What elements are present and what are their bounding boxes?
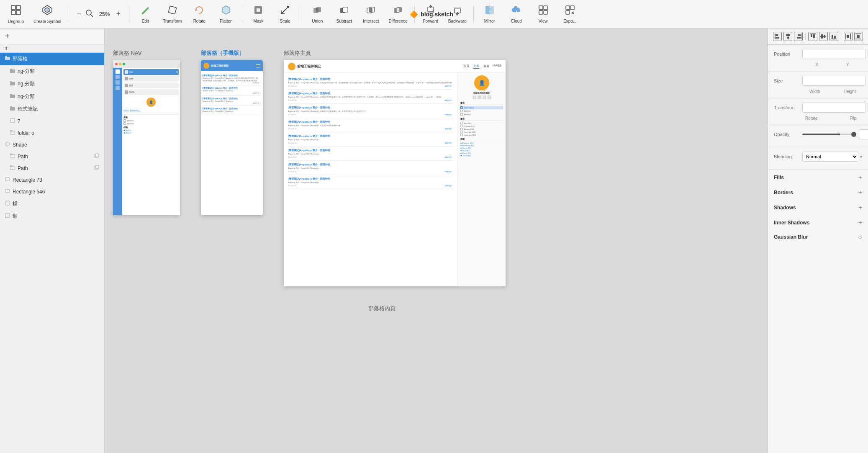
size-width-input[interactable]	[802, 76, 866, 86]
svg-rect-56	[95, 165, 99, 169]
layer-item-ng3[interactable]: ng-分類	[0, 90, 104, 103]
opacity-label: Opacity	[774, 132, 799, 137]
create-symbol-button[interactable]: Create Symbol	[30, 2, 64, 26]
layer-item-folder-o[interactable]: folder o	[0, 127, 104, 139]
opacity-slider[interactable]	[802, 134, 856, 135]
distribute-horizontal-button[interactable]	[844, 32, 853, 41]
layer-name-folder-o: folder o	[18, 130, 99, 136]
layer-item-note[interactable]: 程式筆記	[0, 103, 104, 116]
svg-rect-45	[10, 106, 12, 108]
archive-text-a2: February 2016	[464, 125, 475, 127]
align-bottom-edges-button[interactable]	[829, 32, 838, 41]
shadows-section-header[interactable]: Shadows +	[768, 200, 868, 215]
position-x-input[interactable]	[802, 49, 866, 59]
difference-icon	[393, 5, 403, 17]
mask-button[interactable]: Mask	[246, 2, 271, 26]
layer-item-path-2[interactable]: Path	[0, 162, 104, 174]
scale-button[interactable]: Scale	[272, 2, 298, 26]
layer-item-rect73[interactable]: Rectangle 73	[0, 174, 104, 186]
main-nav-link-page: PAGE	[493, 64, 501, 69]
svg-rect-70	[810, 33, 816, 34]
svg-rect-62	[776, 34, 778, 36]
zoom-minus-button[interactable]: −	[75, 9, 83, 19]
export-button[interactable]: Expo...	[557, 2, 583, 26]
transform-button[interactable]: Transform	[159, 2, 185, 26]
svg-rect-68	[798, 34, 801, 36]
fills-add-button[interactable]: +	[858, 174, 862, 181]
minimize-dot	[119, 63, 121, 65]
edit-button[interactable]: Edit	[133, 2, 158, 26]
distribute-vertical-button[interactable]	[854, 32, 863, 41]
layer-item-file[interactable]: 檔	[0, 198, 104, 210]
svg-rect-0	[11, 5, 15, 10]
canvas-area[interactable]: 部落格 NAV	[105, 28, 768, 453]
align-right-edges-button[interactable]	[794, 32, 803, 41]
opacity-input[interactable]	[859, 129, 868, 139]
svg-rect-34	[570, 6, 574, 10]
art6-footer: 2016-06-14 繼續更多→	[288, 156, 453, 158]
layer-name-path-2: Path	[18, 165, 92, 171]
align-center-horizontal-button[interactable]	[783, 32, 792, 41]
layer-item-shape[interactable]: Shape	[0, 139, 104, 151]
fills-section-header[interactable]: Fills +	[768, 170, 868, 185]
article-body-1: [學習筆記]Angular.js 簡介・語言特性 Angular.js 簡介・G…	[288, 77, 453, 87]
tree-item-active: 前端工程師#1	[460, 106, 503, 109]
align-top-edges-button[interactable]	[808, 32, 817, 41]
social-icon-3	[483, 95, 486, 99]
cloud-button[interactable]: Cloud	[504, 2, 529, 26]
nav-mockup-frame[interactable]: 首頁 文章 圖書	[113, 60, 180, 215]
align-left-edges-button[interactable]	[773, 32, 782, 41]
ungroup-button[interactable]: Ungroup	[3, 2, 28, 26]
mobile-article-2: [學習筆記]Angular.js 簡介・語言特性 Angular.js 簡介..…	[203, 85, 261, 96]
art8-footer: 2016-06-14 繼續更多→	[288, 185, 453, 187]
subtract-button[interactable]: Subtract	[331, 2, 357, 26]
rotate-button[interactable]: Rotate	[187, 2, 212, 26]
folder-icon-6	[10, 130, 15, 136]
svg-rect-36	[5, 57, 10, 60]
title-dropdown-icon[interactable]: ▾	[456, 12, 458, 17]
sidebar-add-button[interactable]: +	[5, 32, 10, 41]
difference-button[interactable]: Difference	[385, 2, 411, 26]
transform-rotate-input[interactable]	[802, 103, 866, 113]
gaussian-blur-section-header[interactable]: Gaussian Blur ◇	[768, 230, 868, 243]
align-center-vertical-button[interactable]	[819, 32, 828, 41]
svg-rect-3	[16, 10, 21, 15]
inner-shadows-add-button[interactable]: +	[858, 219, 862, 226]
align-toolbar	[768, 28, 868, 45]
tree-text-2: 資料夾#3	[464, 113, 470, 116]
mobile-mockup-frame[interactable]: 前端工程師筆記 [學習筆記]Angular.js 簡介・語言特性 Angular…	[201, 60, 263, 215]
mirror-button[interactable]: Mirror	[477, 2, 502, 26]
mirror-label: Mirror	[484, 19, 495, 23]
view-button[interactable]: View	[531, 2, 556, 26]
layer-item-ng1[interactable]: ng-分類	[0, 65, 104, 78]
layer-item-7[interactable]: 7	[0, 116, 104, 127]
intersect-button[interactable]: Intersect	[358, 2, 383, 26]
layer-item-boluoge[interactable]: 部落格	[0, 53, 104, 65]
art5-date: 2016-06-14	[288, 142, 296, 144]
union-button[interactable]: Union	[305, 2, 330, 26]
zoom-plus-button[interactable]: +	[115, 9, 123, 19]
main-avatar-section: 👤 前端工程師的筆記	[460, 75, 503, 99]
svg-rect-66	[787, 37, 789, 39]
layer-item-rect646[interactable]: Rectangle 646	[0, 186, 104, 198]
flatten-button[interactable]: Flatten	[213, 2, 239, 26]
path-1-copy-icon[interactable]	[94, 153, 99, 160]
layer-item-path-1[interactable]: Path	[0, 151, 104, 162]
layer-item-ng2[interactable]: ng-分類	[0, 78, 104, 90]
create-symbol-icon	[41, 4, 53, 18]
layer-item-class[interactable]: 類	[0, 210, 104, 223]
main-mockup-frame[interactable]: 前端工程師筆記 首頁 文章 書書 PAGE	[284, 60, 506, 286]
separator-2	[129, 6, 129, 23]
position-section: Position X Y	[768, 45, 868, 72]
inner-shadows-section-header[interactable]: Inner Shadows +	[768, 215, 868, 230]
scroll-up-icon[interactable]: ⬆	[4, 46, 8, 51]
shadows-add-button[interactable]: +	[858, 204, 862, 211]
main-nav-link-3: 書書	[483, 64, 489, 69]
art5-footer: 2016-06-14 繼續更多→	[288, 142, 453, 144]
borders-add-button[interactable]: +	[858, 189, 862, 196]
zoom-value[interactable]: 25%	[96, 11, 113, 17]
path-2-copy-icon[interactable]	[94, 165, 99, 171]
blending-select[interactable]: Normal Multiply Screen Overlay Darken Li…	[802, 152, 858, 162]
nav-icon-4	[116, 86, 120, 90]
borders-section-header[interactable]: Borders +	[768, 185, 868, 200]
